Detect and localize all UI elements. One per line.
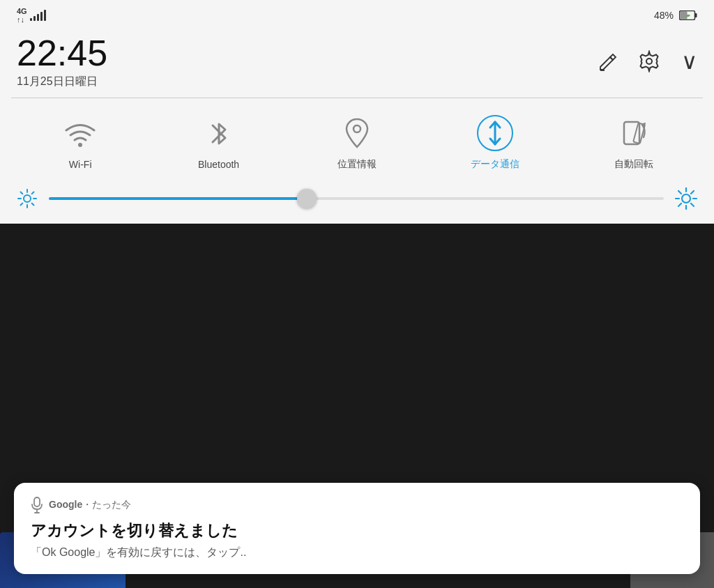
wifi-icon-wrap: [62, 116, 98, 152]
bar1: [30, 18, 32, 21]
time-date: 22:45 11月25日日曜日: [17, 33, 107, 89]
battery-indicator: 48%: [654, 10, 697, 21]
svg-line-25: [691, 191, 694, 194]
notification-title: アカウントを切り替えました: [31, 520, 683, 541]
wifi-label: Wi-Fi: [69, 159, 92, 170]
brightness-max-icon: [675, 187, 697, 210]
notification-app: Google・たった今: [49, 499, 131, 511]
notification-body: 「Ok Google」を有効に戻すには、タップ..: [31, 546, 683, 560]
settings-button[interactable]: [638, 50, 660, 72]
slider-fill: [49, 197, 307, 200]
data-label: データ通信: [471, 158, 519, 171]
svg-rect-27: [34, 497, 40, 506]
signal-indicator: 4G↑↓: [17, 7, 46, 24]
location-label: 位置情報: [337, 158, 377, 171]
rotate-label: 自動回転: [614, 158, 653, 171]
bluetooth-icon-wrap: [201, 116, 237, 152]
svg-line-14: [21, 192, 23, 194]
slider-thumb[interactable]: [297, 189, 317, 208]
svg-point-9: [24, 195, 31, 202]
quick-toggles: Wi-Fi Bluetooth 位置情報: [0, 98, 714, 182]
toggle-rotate[interactable]: 自動回転: [602, 115, 665, 171]
quick-controls: ∨: [598, 50, 697, 72]
brightness-slider[interactable]: [49, 197, 664, 200]
toggle-bluetooth[interactable]: Bluetooth: [188, 116, 250, 170]
svg-point-6: [354, 125, 360, 132]
status-bar: 4G↑↓ 48%: [0, 0, 714, 28]
battery-icon: [679, 10, 697, 20]
location-icon-wrap: [339, 115, 375, 151]
edit-button[interactable]: [598, 52, 617, 71]
toggle-location[interactable]: 位置情報: [326, 115, 388, 171]
bluetooth-label: Bluetooth: [198, 159, 239, 170]
svg-point-5: [78, 143, 82, 147]
toggle-data[interactable]: データ通信: [464, 115, 526, 171]
rotate-icon-wrap: [616, 115, 652, 151]
bar5: [44, 10, 46, 21]
battery-percentage: 48%: [654, 10, 674, 21]
brightness-min-icon: [17, 188, 38, 209]
svg-point-18: [682, 194, 690, 203]
notification-card[interactable]: Google・たった今 アカウントを切り替えました 「Ok Google」を有効…: [14, 483, 700, 574]
bar3: [37, 14, 39, 21]
data-icon-wrap: [477, 115, 513, 151]
clock-display: 22:45: [17, 33, 107, 73]
svg-line-16: [32, 192, 34, 194]
svg-point-4: [646, 59, 652, 64]
bar2: [33, 16, 36, 21]
svg-line-15: [32, 203, 34, 206]
bar4: [40, 12, 43, 21]
microphone-icon: [31, 497, 43, 513]
notification-header: Google・たった今: [31, 497, 683, 513]
brightness-section: [0, 182, 714, 224]
svg-line-23: [678, 191, 681, 194]
signal-text: 4G↑↓: [17, 7, 27, 24]
svg-rect-1: [695, 13, 697, 17]
svg-line-26: [678, 203, 681, 206]
date-display: 11月25日日曜日: [17, 75, 107, 89]
svg-line-24: [691, 203, 694, 206]
signal-bars: [30, 10, 46, 21]
toggle-wifi[interactable]: Wi-Fi: [49, 116, 112, 170]
collapse-button[interactable]: ∨: [681, 50, 697, 72]
svg-line-17: [21, 203, 23, 206]
time-section: 22:45 11月25日日曜日 ∨: [0, 28, 714, 98]
